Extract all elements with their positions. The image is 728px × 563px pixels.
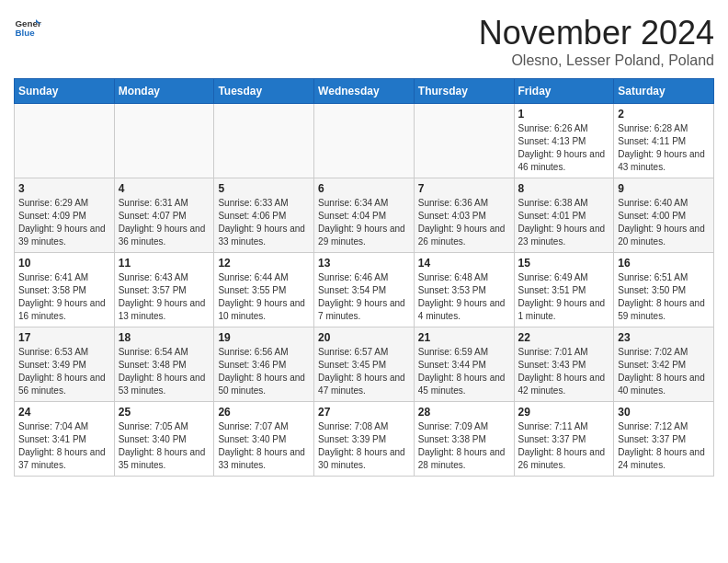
calendar-cell: 8Sunrise: 6:38 AM Sunset: 4:01 PM Daylig… (514, 178, 614, 253)
day-number: 21 (418, 331, 510, 344)
calendar-cell: 12Sunrise: 6:44 AM Sunset: 3:55 PM Dayli… (214, 253, 314, 327)
day-info: Sunrise: 7:09 AM Sunset: 3:38 PM Dayligh… (418, 420, 510, 472)
weekday-header-thursday: Thursday (414, 79, 514, 104)
calendar-cell: 28Sunrise: 7:09 AM Sunset: 3:38 PM Dayli… (414, 402, 514, 477)
day-number: 8 (518, 182, 610, 195)
page-header: General Blue November 2024 Olesno, Lesse… (14, 14, 714, 69)
day-info: Sunrise: 6:29 AM Sunset: 4:09 PM Dayligh… (18, 197, 110, 248)
calendar-cell: 26Sunrise: 7:07 AM Sunset: 3:40 PM Dayli… (214, 402, 314, 477)
day-number: 2 (618, 108, 710, 121)
calendar-week-row: 10Sunrise: 6:41 AM Sunset: 3:58 PM Dayli… (15, 253, 714, 327)
weekday-header-saturday: Saturday (614, 79, 714, 104)
calendar-cell: 9Sunrise: 6:40 AM Sunset: 4:00 PM Daylig… (614, 178, 714, 253)
calendar-cell: 23Sunrise: 7:02 AM Sunset: 3:42 PM Dayli… (614, 327, 714, 402)
day-info: Sunrise: 6:46 AM Sunset: 3:54 PM Dayligh… (318, 271, 410, 323)
day-info: Sunrise: 6:41 AM Sunset: 3:58 PM Dayligh… (18, 271, 110, 323)
day-number: 10 (18, 257, 110, 270)
day-number: 27 (318, 406, 410, 419)
calendar-cell: 19Sunrise: 6:56 AM Sunset: 3:46 PM Dayli… (214, 327, 314, 402)
day-info: Sunrise: 6:26 AM Sunset: 4:13 PM Dayligh… (518, 122, 610, 174)
calendar-cell (214, 104, 314, 178)
location-subtitle: Olesno, Lesser Poland, Poland (479, 52, 714, 69)
weekday-header-friday: Friday (514, 79, 614, 104)
calendar-cell: 1Sunrise: 6:26 AM Sunset: 4:13 PM Daylig… (514, 104, 614, 178)
calendar-cell: 17Sunrise: 6:53 AM Sunset: 3:49 PM Dayli… (15, 327, 115, 402)
day-info: Sunrise: 6:54 AM Sunset: 3:48 PM Dayligh… (119, 346, 210, 397)
day-info: Sunrise: 6:38 AM Sunset: 4:01 PM Dayligh… (518, 197, 610, 248)
day-info: Sunrise: 7:08 AM Sunset: 3:39 PM Dayligh… (318, 420, 410, 472)
day-number: 26 (218, 406, 310, 419)
day-number: 4 (119, 182, 210, 195)
day-info: Sunrise: 6:44 AM Sunset: 3:55 PM Dayligh… (218, 271, 310, 323)
calendar-cell: 3Sunrise: 6:29 AM Sunset: 4:09 PM Daylig… (15, 178, 115, 253)
day-info: Sunrise: 7:04 AM Sunset: 3:41 PM Dayligh… (18, 420, 110, 472)
calendar-cell: 21Sunrise: 6:59 AM Sunset: 3:44 PM Dayli… (414, 327, 514, 402)
day-number: 29 (518, 406, 610, 419)
day-info: Sunrise: 7:07 AM Sunset: 3:40 PM Dayligh… (218, 420, 310, 472)
day-number: 20 (318, 331, 410, 344)
calendar-cell: 7Sunrise: 6:36 AM Sunset: 4:03 PM Daylig… (414, 178, 514, 253)
weekday-header-monday: Monday (114, 79, 214, 104)
calendar-cell: 5Sunrise: 6:33 AM Sunset: 4:06 PM Daylig… (214, 178, 314, 253)
calendar-cell: 22Sunrise: 7:01 AM Sunset: 3:43 PM Dayli… (514, 327, 614, 402)
day-info: Sunrise: 7:01 AM Sunset: 3:43 PM Dayligh… (518, 346, 610, 397)
calendar-cell: 30Sunrise: 7:12 AM Sunset: 3:37 PM Dayli… (614, 402, 714, 477)
day-info: Sunrise: 6:56 AM Sunset: 3:46 PM Dayligh… (218, 346, 310, 397)
day-info: Sunrise: 7:12 AM Sunset: 3:37 PM Dayligh… (618, 420, 710, 472)
day-number: 6 (318, 182, 410, 195)
calendar-cell: 6Sunrise: 6:34 AM Sunset: 4:04 PM Daylig… (314, 178, 415, 253)
day-info: Sunrise: 6:31 AM Sunset: 4:07 PM Dayligh… (119, 197, 210, 248)
svg-text:Blue: Blue (16, 28, 36, 38)
calendar-week-row: 24Sunrise: 7:04 AM Sunset: 3:41 PM Dayli… (15, 402, 714, 477)
month-title: November 2024 (479, 14, 714, 52)
day-info: Sunrise: 6:57 AM Sunset: 3:45 PM Dayligh… (318, 346, 410, 397)
day-number: 23 (618, 331, 710, 344)
weekday-header-tuesday: Tuesday (214, 79, 314, 104)
calendar-cell: 11Sunrise: 6:43 AM Sunset: 3:57 PM Dayli… (114, 253, 214, 327)
day-number: 12 (218, 257, 310, 270)
weekday-header-sunday: Sunday (15, 79, 115, 104)
calendar-cell: 15Sunrise: 6:49 AM Sunset: 3:51 PM Dayli… (514, 253, 614, 327)
weekday-header-row: SundayMondayTuesdayWednesdayThursdayFrid… (15, 79, 714, 104)
day-info: Sunrise: 6:33 AM Sunset: 4:06 PM Dayligh… (218, 197, 310, 248)
calendar-cell: 20Sunrise: 6:57 AM Sunset: 3:45 PM Dayli… (314, 327, 415, 402)
day-number: 9 (618, 182, 710, 195)
day-number: 30 (618, 406, 710, 419)
calendar-cell: 18Sunrise: 6:54 AM Sunset: 3:48 PM Dayli… (114, 327, 214, 402)
day-number: 13 (318, 257, 410, 270)
calendar-cell (15, 104, 115, 178)
day-number: 7 (418, 182, 510, 195)
day-info: Sunrise: 6:28 AM Sunset: 4:11 PM Dayligh… (618, 122, 710, 174)
day-number: 19 (218, 331, 310, 344)
day-number: 24 (18, 406, 110, 419)
calendar-cell: 29Sunrise: 7:11 AM Sunset: 3:37 PM Dayli… (514, 402, 614, 477)
calendar-cell: 2Sunrise: 6:28 AM Sunset: 4:11 PM Daylig… (614, 104, 714, 178)
weekday-header-wednesday: Wednesday (314, 79, 415, 104)
day-number: 18 (119, 331, 210, 344)
day-info: Sunrise: 6:40 AM Sunset: 4:00 PM Dayligh… (618, 197, 710, 248)
day-info: Sunrise: 6:34 AM Sunset: 4:04 PM Dayligh… (318, 197, 410, 248)
day-info: Sunrise: 6:51 AM Sunset: 3:50 PM Dayligh… (618, 271, 710, 323)
day-number: 3 (18, 182, 110, 195)
calendar-cell (114, 104, 214, 178)
day-info: Sunrise: 7:05 AM Sunset: 3:40 PM Dayligh… (119, 420, 210, 472)
calendar-cell: 10Sunrise: 6:41 AM Sunset: 3:58 PM Dayli… (15, 253, 115, 327)
day-info: Sunrise: 6:36 AM Sunset: 4:03 PM Dayligh… (418, 197, 510, 248)
day-info: Sunrise: 6:59 AM Sunset: 3:44 PM Dayligh… (418, 346, 510, 397)
calendar-cell: 13Sunrise: 6:46 AM Sunset: 3:54 PM Dayli… (314, 253, 415, 327)
day-info: Sunrise: 6:53 AM Sunset: 3:49 PM Dayligh… (18, 346, 110, 397)
day-info: Sunrise: 6:43 AM Sunset: 3:57 PM Dayligh… (119, 271, 210, 323)
day-number: 22 (518, 331, 610, 344)
calendar-cell (314, 104, 415, 178)
day-info: Sunrise: 7:02 AM Sunset: 3:42 PM Dayligh… (618, 346, 710, 397)
day-number: 16 (618, 257, 710, 270)
day-number: 15 (518, 257, 610, 270)
logo: General Blue (14, 14, 41, 41)
calendar-week-row: 3Sunrise: 6:29 AM Sunset: 4:09 PM Daylig… (15, 178, 714, 253)
calendar-cell (414, 104, 514, 178)
day-number: 28 (418, 406, 510, 419)
calendar-cell: 4Sunrise: 6:31 AM Sunset: 4:07 PM Daylig… (114, 178, 214, 253)
day-info: Sunrise: 6:49 AM Sunset: 3:51 PM Dayligh… (518, 271, 610, 323)
day-number: 5 (218, 182, 310, 195)
logo-icon: General Blue (14, 14, 41, 41)
